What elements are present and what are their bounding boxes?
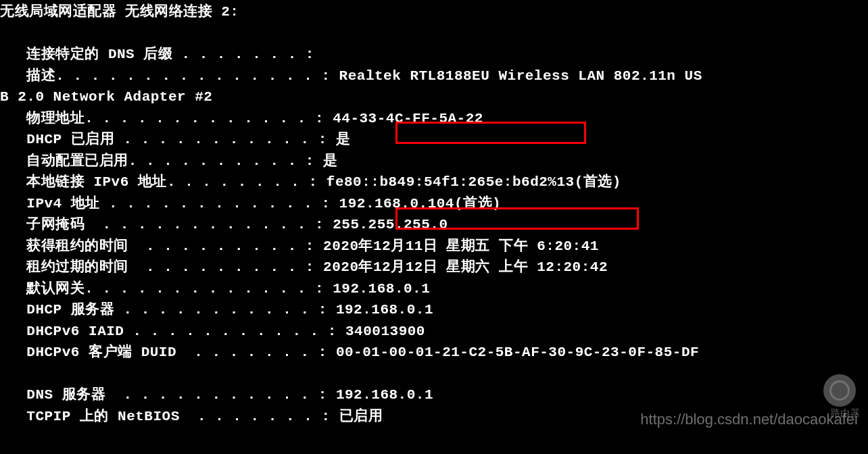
physical-address-row: 物理地址. . . . . . . . . . . . . : 44-33-4C… xyxy=(0,108,868,130)
physical-address-value: 44-33-4C-FF-5A-22 xyxy=(333,111,483,126)
dots: . . . . . . . . . . . . xyxy=(85,217,315,232)
blank-line-2 xyxy=(0,363,868,385)
dns-servers-value: 192.168.0.1 xyxy=(336,387,433,403)
auto-config-value: 是 xyxy=(323,153,338,169)
dots: . . . . . . . . . xyxy=(128,259,306,275)
ipv4-label: IPv4 地址 xyxy=(26,196,100,211)
auto-config-label: 自动配置已启用 xyxy=(26,153,128,169)
dhcp-enabled-row: DHCP 已启用 . . . . . . . . . . . : 是 xyxy=(0,129,868,151)
lease-obtained-value: 2020年12月11日 星期五 下午 6:20:41 xyxy=(323,238,599,254)
blank-line xyxy=(0,23,868,45)
dhcpv6-iaid-row: DHCPv6 IAID . . . . . . . . . . . : 3400… xyxy=(0,321,868,343)
lease-expires-row: 租约过期的时间 . . . . . . . . . : 2020年12月12日 … xyxy=(0,257,868,278)
ipv6-local-label: 本地链接 IPv6 地址 xyxy=(26,174,167,190)
subnet-mask-label: 子网掩码 xyxy=(26,217,85,232)
dhcpv6-iaid-label: DHCPv6 IAID xyxy=(26,324,124,339)
default-gateway-value: 192.168.0.1 xyxy=(333,281,430,297)
dhcp-enabled-value: 是 xyxy=(336,132,351,147)
dns-servers-row: DNS 服务器 . . . . . . . . . . . : 192.168.… xyxy=(0,384,868,406)
dhcp-enabled-label: DHCP 已启用 xyxy=(26,132,114,147)
default-gateway-label: 默认网关 xyxy=(26,281,85,297)
dhcp-server-row: DHCP 服务器 . . . . . . . . . . . : 192.168… xyxy=(0,299,868,321)
dots: . . . . . . . . . . . xyxy=(114,132,318,147)
description-wrap: B 2.0 Network Adapter #2 xyxy=(0,86,868,108)
default-gateway-row: 默认网关. . . . . . . . . . . . . : 192.168.… xyxy=(0,278,868,300)
dhcpv6-duid-value: 00-01-00-01-21-C2-5B-AF-30-9C-23-0F-85-D… xyxy=(336,345,699,360)
dots: . . . . . . . . . . . xyxy=(105,387,318,403)
dhcpv6-duid-label: DHCPv6 客户端 DUID xyxy=(26,345,176,360)
lease-obtained-label: 获得租约的时间 xyxy=(26,238,128,254)
auto-config-row: 自动配置已启用. . . . . . . . . . : 是 xyxy=(0,151,868,172)
ipv6-local-row: 本地链接 IPv6 地址. . . . . . . . : fe80::b849… xyxy=(0,172,868,193)
dots: . . . . . . . . . . . . . . . xyxy=(55,68,321,84)
watermark-url: https://blog.csdn.net/daocaokafei xyxy=(640,408,858,430)
dns-servers-label: DNS 服务器 xyxy=(26,387,105,403)
dots: . . . . . . . xyxy=(172,47,306,62)
description-value: Realtek RTL8188EU Wireless LAN 802.11n U… xyxy=(339,68,702,84)
dns-suffix-label: 连接特定的 DNS 后缀 xyxy=(26,47,172,62)
description-row: 描述. . . . . . . . . . . . . . . : Realte… xyxy=(0,66,868,87)
dots: . . . . . . . xyxy=(176,345,318,360)
netbios-value: 已启用 xyxy=(339,409,383,424)
dots: . . . . . . . . . . . xyxy=(114,302,318,318)
dots: . . . . . . . xyxy=(180,409,322,424)
subnet-mask-row: 子网掩码 . . . . . . . . . . . . : 255.255.2… xyxy=(0,214,868,236)
adapter-header: 无线局域网适配器 无线网络连接 2: xyxy=(0,1,868,23)
dns-suffix-row: 连接特定的 DNS 后缀 . . . . . . . : xyxy=(0,44,868,66)
dhcp-server-label: DHCP 服务器 xyxy=(26,302,114,318)
lease-obtained-row: 获得租约的时间 . . . . . . . . . : 2020年12月11日 … xyxy=(0,236,868,257)
dots: . . . . . . . . . xyxy=(128,238,306,254)
lease-expires-label: 租约过期的时间 xyxy=(26,259,128,275)
physical-address-label: 物理地址 xyxy=(26,111,85,126)
dots: . . . . . . . . . . . . . xyxy=(85,111,315,126)
dhcpv6-iaid-value: 340013900 xyxy=(345,324,425,339)
dots: . . . . . . . . . . xyxy=(128,153,306,169)
dots: . . . . . . . . xyxy=(167,174,309,190)
dots: . . . . . . . . . . . . xyxy=(100,196,322,211)
ipv6-local-value: fe80::b849:54f1:265e:b6d2%13(首选) xyxy=(327,174,621,190)
lease-expires-value: 2020年12月12日 星期六 上午 12:20:42 xyxy=(323,259,608,275)
netbios-label: TCPIP 上的 NetBIOS xyxy=(26,409,179,424)
dots: . . . . . . . . . . . . . xyxy=(85,281,315,297)
subnet-mask-value: 255.255.255.0 xyxy=(333,217,448,232)
dhcp-server-value: 192.168.0.1 xyxy=(336,302,433,318)
watermark-logo-icon xyxy=(823,374,856,407)
description-label: 描述 xyxy=(26,68,55,84)
dhcpv6-duid-row: DHCPv6 客户端 DUID . . . . . . . : 00-01-00… xyxy=(0,342,868,363)
ipv4-row: IPv4 地址 . . . . . . . . . . . . : 192.16… xyxy=(0,193,868,215)
ipv4-value: 192.168.0.104(首选) xyxy=(339,196,502,211)
dots: . . . . . . . . . . . xyxy=(124,324,327,339)
